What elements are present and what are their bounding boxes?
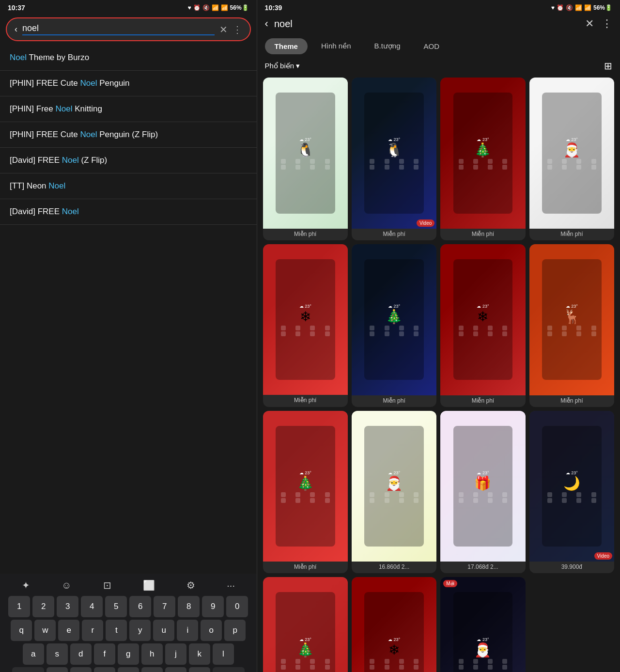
key-6[interactable]: 6 [129,596,151,617]
key-7[interactable]: 7 [154,596,175,617]
mini-icon-1-0 [370,159,374,164]
theme-card-12[interactable]: ☁ 23°🎄Miễn phí [263,577,348,672]
suggestion-item-3[interactable]: [PHIN] FREE Cute Noel Penguin (Z Flip) [0,122,257,148]
mini-icon-8-0 [281,492,286,497]
theme-card-14[interactable]: ☁ 23°🎅MớiMới [440,577,525,672]
key-u[interactable]: u [153,620,174,641]
key-5[interactable]: 5 [105,596,127,617]
key-y[interactable]: y [129,620,151,641]
suggestion-item-6[interactable]: [David] FREE Noel [0,199,257,225]
mini-icon-8-6 [310,498,315,503]
r-more-button[interactable]: ⋮ [602,17,612,30]
key-s[interactable]: s [46,643,68,665]
key-e[interactable]: e [58,620,79,641]
tab-b.tượng[interactable]: B.tượng [365,38,410,54]
suggestion-item-4[interactable]: [David] FREE Noel (Z Flip) [0,148,257,173]
a-row: a s d f g h j k l [2,643,255,665]
key-c[interactable]: c [94,667,115,672]
suggestion-item-2[interactable]: [PHIN] Free Noel Knitting [0,96,257,122]
theme-card-6[interactable]: ☁ 23°❄Miễn phí [440,244,525,407]
tab-aod[interactable]: AOD [414,38,450,54]
backspace-key[interactable]: ⌫ [213,667,245,672]
key-a[interactable]: a [23,643,44,665]
search-bar[interactable]: ‹ noel ✕ ⋮ [6,17,251,41]
suggestion-item-5[interactable]: [TT] Neon Noel [0,173,257,199]
filter-button[interactable]: Phổ biến ▾ [265,62,300,70]
suggestion-prefix: [David] FREE [10,156,62,165]
key-0[interactable]: 0 [226,596,248,617]
key-z[interactable]: z [46,667,68,672]
key-v[interactable]: v [118,667,139,672]
key-3[interactable]: 3 [57,596,78,617]
r-back-button[interactable]: ‹ [265,17,268,30]
mini-icon-7-1 [562,326,567,330]
theme-card-7[interactable]: ☁ 23°🦌Miễn phí [529,244,614,407]
key-q[interactable]: q [11,620,32,641]
theme-card-9[interactable]: ☁ 23°🎅16.860đ 2... [352,411,436,574]
emoji-icon[interactable]: ☺ [62,580,71,591]
suggestion-item-1[interactable]: [PHIN] FREE Cute Noel Penguin [0,71,257,96]
theme-card-13[interactable]: ☁ 23°❄Miễn phí [352,577,436,672]
filter-label: Phổ biến [265,62,294,70]
theme-card-4[interactable]: ☁ 23°❄Miễn phí [263,244,348,407]
theme-label-4: Miễn phí [263,395,348,406]
key-x[interactable]: x [70,667,92,672]
theme-card-11[interactable]: ☁ 23°🌙Video39.900đ [529,411,614,574]
theme-card-1[interactable]: ☁ 23°🐧VideoMiễn phí [352,78,436,240]
mini-icon-5-7 [414,331,418,336]
magic-icon[interactable]: ✦ [22,579,30,591]
clipboard-icon[interactable]: ⬜ [143,579,155,591]
mini-icon-11-5 [562,498,567,503]
key-n[interactable]: n [165,667,186,672]
tab-hình-nền[interactable]: Hình nền [311,38,361,54]
settings-icon[interactable]: ⚙ [186,579,195,591]
tab-theme[interactable]: Theme [265,38,308,54]
key-l[interactable]: l [213,643,234,665]
themes-grid: ☁ 23°🐧Miễn phí☁ 23°🐧VideoMiễn phí☁ 23°🎄M… [257,76,620,672]
r-clear-button[interactable]: ✕ [585,17,594,30]
key-9[interactable]: 9 [202,596,224,617]
key-g[interactable]: g [118,643,139,665]
key-f[interactable]: f [94,643,115,665]
suggestion-item-0[interactable]: Noel Theme by Burzo [0,45,257,71]
theme-card-0[interactable]: ☁ 23°🐧Miễn phí [263,78,348,240]
suggestion-prefix: [David] FREE [10,207,62,216]
mini-icon-10-1 [473,492,478,497]
key-4[interactable]: 4 [81,596,103,617]
more-tools-icon[interactable]: ··· [227,580,235,591]
theme-card-5[interactable]: ☁ 23°🎄Miễn phí [352,244,436,407]
sticker-icon[interactable]: ⊡ [103,579,111,591]
key-m[interactable]: m [189,667,210,672]
key-1[interactable]: 1 [8,596,30,617]
shift-key[interactable]: ⇧ [12,667,44,672]
theme-card-3[interactable]: ☁ 23°🎅Miễn phí [529,78,614,240]
key-t[interactable]: t [106,620,127,641]
more-button[interactable]: ⋮ [232,24,242,35]
key-w[interactable]: w [34,620,56,641]
search-input[interactable]: noel [22,23,215,35]
key-b[interactable]: b [141,667,163,672]
grid-view-button[interactable]: ⊞ [604,60,612,72]
key-p[interactable]: p [224,620,246,641]
key-2[interactable]: 2 [32,596,54,617]
theme-card-10[interactable]: ☁ 23°🎁17.068đ 2... [440,411,525,574]
suggestion-suffix: Theme by Burzo [27,53,89,62]
mini-icon-13-5 [385,665,389,670]
key-8[interactable]: 8 [178,596,200,617]
theme-card-8[interactable]: ☁ 23°🎄Miễn phí [263,411,348,574]
key-o[interactable]: o [201,620,222,641]
clear-button[interactable]: ✕ [219,24,228,35]
mini-icon-4-0 [281,326,286,330]
back-button[interactable]: ‹ [15,24,17,34]
mini-phone-4: ☁ 23°❄ [276,259,335,380]
mini-icon-11-4 [547,498,552,503]
theme-card-2[interactable]: ☁ 23°🎄Miễn phí [440,78,525,240]
key-j[interactable]: j [165,643,186,665]
key-h[interactable]: h [141,643,163,665]
key-r[interactable]: r [82,620,103,641]
key-k[interactable]: k [189,643,210,665]
key-i[interactable]: i [177,620,198,641]
mini-phone-7: ☁ 23°🦌 [542,259,602,380]
mini-icon-2-3 [502,159,507,164]
key-d[interactable]: d [70,643,92,665]
